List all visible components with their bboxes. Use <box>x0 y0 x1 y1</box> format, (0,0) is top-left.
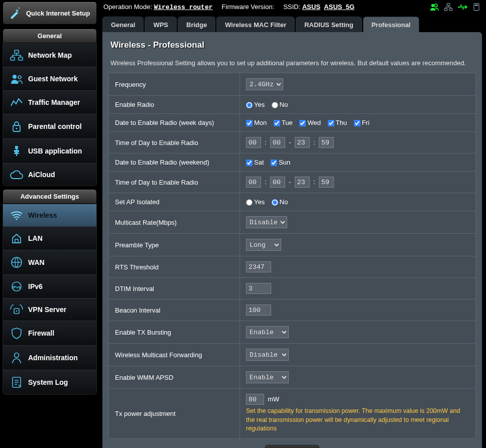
svg-point-7 <box>16 218 17 220</box>
sidebar-item-network-map[interactable]: Network Map <box>3 43 96 67</box>
sidebar-item-system-log[interactable]: System Log <box>3 370 96 394</box>
svg-point-4 <box>18 76 21 79</box>
sidebar-item-label: Firewall <box>28 329 54 337</box>
wmf-label: Wireless Multicast Forwarding <box>109 344 239 366</box>
ap-iso-yes[interactable] <box>246 199 253 206</box>
tab-general[interactable]: General <box>102 17 144 32</box>
sidebar-item-aicloud[interactable]: AiCloud <box>3 163 96 186</box>
sidebar-item-wireless[interactable]: Wireless <box>3 204 96 226</box>
guest-network-icon <box>9 73 24 84</box>
t1-h1[interactable] <box>246 137 261 148</box>
chk-fri[interactable] <box>354 120 360 126</box>
preamble-label: Preamble Type <box>109 234 239 256</box>
enable-radio-no[interactable] <box>272 102 278 108</box>
wmm-select[interactable]: Enable <box>246 371 289 383</box>
usb-icon[interactable] <box>458 3 468 13</box>
rts-input[interactable] <box>246 261 271 272</box>
page-title: Wireless - Professional <box>110 40 476 50</box>
svg-point-16 <box>431 4 434 7</box>
sidebar-item-label: Traffic Manager <box>28 98 80 106</box>
txpower-label: Tx power adjustment <box>109 389 239 438</box>
time1-label: Time of Day to Enable Radio <box>109 132 239 153</box>
system-log-icon <box>9 376 24 388</box>
sidebar-item-guest-network[interactable]: Guest Network <box>3 67 96 90</box>
time2-label: Time of Day to Enable Radio <box>109 172 239 193</box>
enable-radio-yes[interactable] <box>246 102 253 108</box>
tab-professional[interactable]: Professional <box>363 17 419 32</box>
page-desc: Wireless Professional Setting allows you… <box>110 59 476 67</box>
quick-setup-label: Quick Internet Setup <box>26 10 90 17</box>
sidebar-item-traffic-manager[interactable]: Traffic Manager <box>3 90 96 114</box>
chk-mon[interactable] <box>246 120 253 126</box>
t1-m1[interactable] <box>270 137 285 148</box>
chk-tue[interactable] <box>274 120 280 126</box>
t2-m2[interactable] <box>319 177 334 188</box>
status-icons <box>430 3 480 13</box>
tab-mac-filter[interactable]: Wireless MAC Filter <box>216 17 295 32</box>
ssid-label: SSID: <box>283 3 300 11</box>
t1-h2[interactable] <box>295 137 310 148</box>
mcast-select[interactable]: Disable <box>246 216 287 228</box>
sidebar-item-lan[interactable]: LAN <box>3 226 96 250</box>
traffic-manager-icon <box>9 97 24 108</box>
beacon-label: Beacon Interval <box>109 300 239 321</box>
svg-rect-1 <box>11 57 15 60</box>
ssid-2[interactable]: ASUS_5G <box>324 3 354 11</box>
t2-h1[interactable] <box>246 177 261 188</box>
ipv6-icon: IPv6 <box>9 281 24 292</box>
quick-internet-setup[interactable]: Quick Internet Setup <box>3 2 97 25</box>
txburst-select[interactable]: Enable <box>246 326 289 338</box>
frequency-select[interactable]: 2.4GHz <box>246 78 283 90</box>
op-mode-value[interactable]: Wireless router <box>154 4 212 11</box>
tab-radius[interactable]: RADIUS Setting <box>296 17 362 32</box>
sidebar-item-label: Guest Network <box>28 75 78 83</box>
ap-isolated-label: Set AP Isolated <box>109 193 239 211</box>
sidebar-item-firewall[interactable]: Firewall <box>3 321 96 345</box>
mcast-label: Multicast Rate(Mbps) <box>109 211 239 233</box>
vpn-server-icon <box>9 305 24 315</box>
chk-sun[interactable] <box>271 160 277 166</box>
sidebar-item-label: System Log <box>28 378 68 386</box>
op-mode-label: Operation Mode: <box>103 3 152 11</box>
preamble-select[interactable]: Long <box>246 239 281 251</box>
sidebar-item-parental-control[interactable]: Parental control <box>3 114 96 138</box>
t1-m2[interactable] <box>319 137 334 148</box>
chk-sat[interactable] <box>246 160 253 166</box>
network-icon[interactable] <box>444 3 453 13</box>
svg-point-3 <box>13 75 17 79</box>
t2-m1[interactable] <box>270 177 285 188</box>
txpower-note: Set the capability for transmission powe… <box>246 407 469 433</box>
device-icon[interactable] <box>473 3 480 13</box>
apply-button[interactable]: Apply <box>265 445 320 448</box>
t2-h2[interactable] <box>295 177 310 188</box>
firewall-icon <box>9 327 24 339</box>
tab-bridge[interactable]: Bridge <box>178 17 215 32</box>
svg-rect-0 <box>15 50 19 53</box>
dtim-input[interactable] <box>246 283 271 294</box>
txpower-input[interactable] <box>246 394 264 405</box>
svg-text:IPv6: IPv6 <box>13 285 21 289</box>
ap-iso-no[interactable] <box>272 199 278 206</box>
settings-table: Frequency 2.4GHz Enable Radio Yes No Dat… <box>108 73 476 439</box>
sidebar-item-label: WAN <box>28 258 45 266</box>
sidebar-item-label: VPN Server <box>28 306 66 314</box>
svg-rect-23 <box>475 5 478 6</box>
svg-point-6 <box>16 127 17 129</box>
enable-radio-label: Enable Radio <box>109 96 239 113</box>
svg-point-21 <box>458 6 459 8</box>
weekday-label: Date to Enable Radio (week days) <box>109 114 239 131</box>
sidebar-item-usb-application[interactable]: USB application <box>3 138 96 163</box>
sidebar-item-administration[interactable]: Administration <box>3 345 96 370</box>
sidebar-item-vpn-server[interactable]: VPN Server <box>3 298 96 321</box>
sidebar-item-ipv6[interactable]: IPv6IPv6 <box>3 274 96 298</box>
sidebar-item-wan[interactable]: WAN <box>3 250 96 274</box>
dtim-label: DTIM Interval <box>109 278 239 299</box>
users-icon[interactable] <box>430 3 439 13</box>
beacon-input[interactable] <box>246 305 271 316</box>
chk-thu[interactable] <box>328 120 334 126</box>
sidebar-item-label: LAN <box>28 234 43 242</box>
tab-wps[interactable]: WPS <box>145 17 177 32</box>
chk-wed[interactable] <box>299 120 306 126</box>
wmf-select[interactable]: Disable <box>246 349 289 361</box>
ssid-1[interactable]: ASUS <box>302 3 320 11</box>
